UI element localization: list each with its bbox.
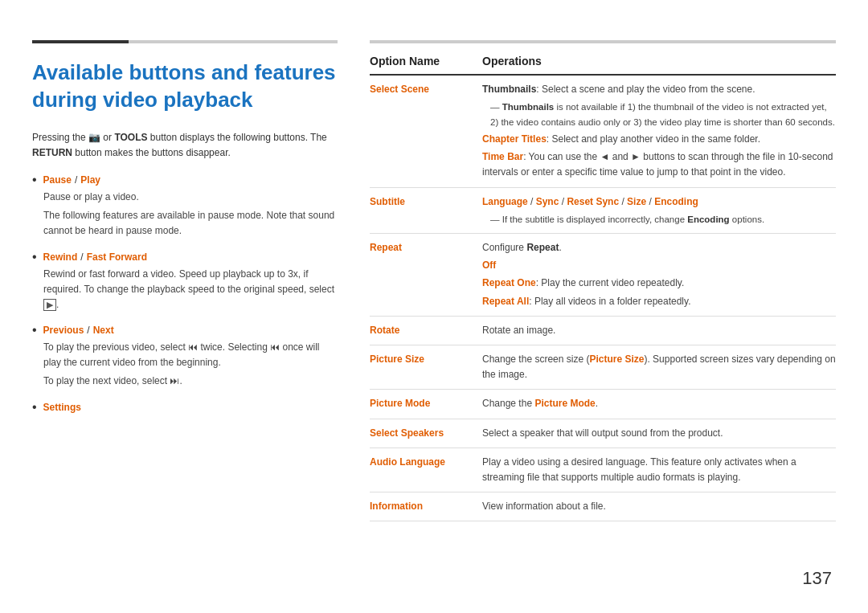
page-number: 137: [802, 568, 832, 589]
left-panel: Available buttons and features during vi…: [32, 32, 338, 581]
fastforward-link: Fast Forward: [87, 251, 147, 263]
top-bar-light: [129, 40, 338, 43]
row-option: Picture Mode: [370, 396, 482, 409]
row-option: Select Scene: [370, 82, 482, 95]
bullet-desc: To play the previous video, select ⏮ twi…: [43, 340, 338, 370]
pause-link: Pause: [43, 174, 72, 186]
rewind-link: Rewind: [43, 251, 78, 263]
slash: /: [87, 325, 89, 336]
play-link: Play: [80, 174, 100, 186]
top-bar: [32, 40, 338, 43]
row-ops: View information about a file.: [482, 499, 836, 514]
table-row: Audio Language Play a video using a desi…: [370, 448, 836, 492]
row-ops: Configure Repeat. Off Repeat One: Play t…: [482, 240, 836, 309]
top-bar-dark: [32, 40, 129, 43]
previous-link: Previous: [43, 325, 84, 336]
list-item: • Rewind / Fast Forward Rewind or fast f…: [32, 251, 338, 313]
bullet-header: • Settings: [32, 401, 338, 414]
bullet-desc-2: The following features are available in …: [43, 208, 338, 239]
right-top-bar: [370, 40, 836, 43]
row-option: Subtitle: [370, 194, 482, 207]
table-row: Subtitle Language / Sync / Reset Sync / …: [370, 188, 836, 235]
row-ops: Language / Sync / Reset Sync / Size / En…: [482, 194, 836, 227]
slash: /: [80, 251, 83, 263]
row-option: Picture Size: [370, 352, 482, 365]
list-item: • Pause / Play Pause or play a video. Th…: [32, 174, 338, 239]
bullet-header: • Rewind / Fast Forward: [32, 251, 338, 264]
table-row: Picture Size Change the screen size (Pic…: [370, 345, 836, 390]
row-option: Rotate: [370, 323, 482, 336]
bullet-dot: •: [32, 401, 37, 414]
row-ops: Thumbnails: Select a scene and play the …: [482, 82, 836, 181]
bullet-list: • Pause / Play Pause or play a video. Th…: [32, 174, 338, 414]
table-row: Picture Mode Change the Picture Mode.: [370, 390, 836, 419]
bullet-dot: •: [32, 174, 37, 186]
table-row: Select Scene Thumbnails: Select a scene …: [370, 76, 836, 188]
col-option-header: Option Name: [370, 55, 482, 67]
intro-text: Pressing the 📷 or TOOLS button displays …: [32, 130, 338, 161]
bullet-desc: Pause or play a video.: [43, 190, 338, 205]
row-option: Repeat: [370, 240, 482, 253]
row-option: Select Speakers: [370, 426, 482, 439]
slash: /: [75, 174, 77, 186]
table-row: Information View information about a fil…: [370, 492, 836, 521]
col-operations-header: Operations: [482, 55, 836, 67]
bullet-desc-2: To play the next video, select ⏭.: [43, 374, 338, 389]
right-panel: Option Name Operations Select Scene Thum…: [370, 32, 836, 581]
bullet-header: • Previous / Next: [32, 324, 338, 337]
row-option: Information: [370, 499, 482, 512]
table-row: Select Speakers Select a speaker that wi…: [370, 419, 836, 448]
page-title: Available buttons and features during vi…: [32, 59, 338, 114]
row-ops: Play a video using a desired language. T…: [482, 455, 836, 485]
list-item: • Previous / Next To play the previous v…: [32, 324, 338, 390]
next-link: Next: [93, 325, 114, 336]
bullet-dot: •: [32, 251, 37, 264]
table-header: Option Name Operations: [370, 55, 836, 76]
bullet-header: • Pause / Play: [32, 174, 338, 186]
settings-link: Settings: [43, 402, 81, 413]
row-ops: Change the Picture Mode.: [482, 396, 836, 411]
row-ops: Change the screen size (Picture Size). S…: [482, 352, 836, 382]
row-option: Audio Language: [370, 455, 482, 468]
play-icon: ▶: [43, 299, 56, 311]
row-ops: Rotate an image.: [482, 323, 836, 338]
table-body: Select Scene Thumbnails: Select a scene …: [370, 76, 836, 521]
bullet-desc: Rewind or fast forward a video. Speed up…: [43, 267, 338, 313]
list-item: • Settings: [32, 401, 338, 414]
table-row: Repeat Configure Repeat. Off Repeat One:…: [370, 234, 836, 317]
table-row: Rotate Rotate an image.: [370, 317, 836, 345]
bullet-dot: •: [32, 324, 37, 337]
row-ops: Select a speaker that will output sound …: [482, 426, 836, 441]
